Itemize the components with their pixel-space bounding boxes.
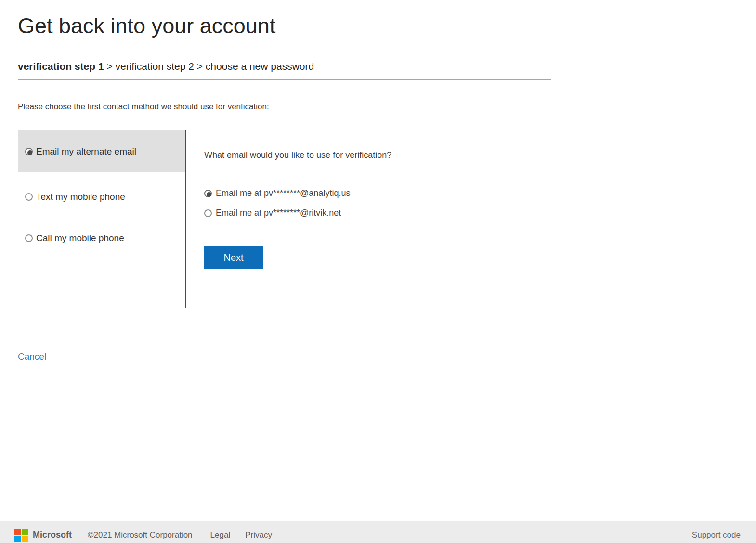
cancel-row: Cancel xyxy=(18,351,756,362)
radio-button-icon[interactable] xyxy=(25,193,33,201)
breadcrumb: verification step 1 > verification step … xyxy=(18,61,756,72)
microsoft-brand-text: Microsoft xyxy=(33,530,72,540)
contact-method-call-phone-option[interactable]: Call my mobile phone xyxy=(18,231,185,246)
logo-square-red xyxy=(14,529,21,535)
next-button[interactable]: Next xyxy=(204,246,263,269)
radio-button-icon[interactable] xyxy=(204,190,212,197)
verification-question: What email would you like to use for ver… xyxy=(204,150,391,160)
legal-link[interactable]: Legal xyxy=(210,531,231,540)
breadcrumb-divider xyxy=(18,79,551,80)
email-verification-panel: What email would you like to use for ver… xyxy=(204,130,391,269)
support-code-link[interactable]: Support code xyxy=(692,531,741,540)
contact-method-list: Email my alternate email Text my mobile … xyxy=(18,130,185,246)
breadcrumb-step-2: verification step 2 xyxy=(116,61,194,72)
breadcrumb-separator: > xyxy=(194,61,206,72)
breadcrumb-separator: > xyxy=(104,61,116,72)
logo-square-blue xyxy=(14,536,21,542)
email-option-label[interactable]: Email me at pv********@ritvik.net xyxy=(216,208,341,218)
breadcrumb-step-3: choose a new password xyxy=(206,61,314,72)
vertical-divider xyxy=(185,130,186,308)
privacy-link[interactable]: Privacy xyxy=(245,531,272,540)
contact-method-text-phone-option[interactable]: Text my mobile phone xyxy=(18,190,185,204)
breadcrumb-step-1: verification step 1 xyxy=(18,61,104,72)
contact-method-label[interactable]: Email my alternate email xyxy=(36,146,136,157)
microsoft-logo-icon xyxy=(14,529,28,542)
instruction-text: Please choose the first contact method w… xyxy=(18,102,756,112)
radio-button-icon[interactable] xyxy=(204,209,212,217)
verification-methods-section: Email my alternate email Text my mobile … xyxy=(18,130,756,308)
contact-method-label[interactable]: Call my mobile phone xyxy=(36,233,124,244)
cancel-link[interactable]: Cancel xyxy=(18,351,46,362)
radio-button-icon[interactable] xyxy=(25,148,33,155)
contact-method-email-alternate-option[interactable]: Email my alternate email xyxy=(18,130,185,172)
logo-square-yellow xyxy=(22,536,28,542)
email-option-analytiq[interactable]: Email me at pv********@analytiq.us xyxy=(204,188,391,198)
email-option-label[interactable]: Email me at pv********@analytiq.us xyxy=(216,188,350,198)
logo-square-green xyxy=(22,529,28,535)
footer-bar: Microsoft ©2021 Microsoft Corporation Le… xyxy=(0,521,756,544)
copyright-text: ©2021 Microsoft Corporation xyxy=(88,531,193,540)
radio-button-icon[interactable] xyxy=(25,234,33,242)
page-title: Get back into your account xyxy=(18,13,756,39)
contact-method-label[interactable]: Text my mobile phone xyxy=(36,192,125,202)
password-reset-page: Get back into your account verification … xyxy=(0,0,756,362)
email-option-ritvik[interactable]: Email me at pv********@ritvik.net xyxy=(204,208,391,218)
